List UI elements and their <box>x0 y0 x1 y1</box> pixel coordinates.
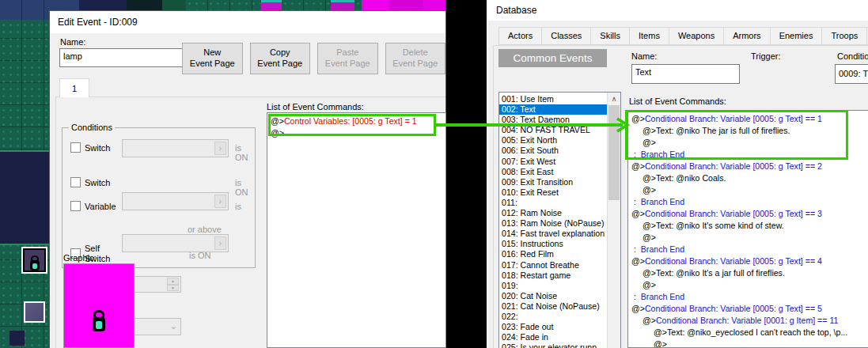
command-line[interactable]: @>Conditional Branch: Variable [0005: g … <box>628 208 868 220</box>
command-line[interactable]: @>Conditional Branch: Variable [0005: g … <box>628 303 868 315</box>
database-tab[interactable]: Troops <box>821 27 867 45</box>
command-line[interactable]: @>Conditional Branch: Variable [0005: g … <box>628 113 868 125</box>
spin-up-icon[interactable]: ▲ <box>167 278 179 285</box>
ellipsis-icon[interactable]: › <box>214 236 226 250</box>
event-commands-list[interactable]: @>Control Variables: [0005: g Text] = 1 … <box>267 112 446 348</box>
database-tab[interactable]: Items <box>629 27 669 45</box>
lamp-sprite <box>93 310 105 331</box>
command-line[interactable]: @>Text: @niko_eyeclosed I can't reach th… <box>628 327 868 339</box>
common-event-item[interactable]: 023: Fade out <box>499 322 607 332</box>
database-tab[interactable]: Enemies <box>770 27 823 45</box>
command-line[interactable]: @> <box>267 127 445 139</box>
common-event-item[interactable]: 005: Exit North <box>499 135 607 146</box>
common-event-item[interactable]: 011: <box>499 198 607 208</box>
database-tab-bar: ActorsClassesSkillsItemsWeaponsArmorsEne… <box>498 26 868 45</box>
event-name-input[interactable]: lamp <box>59 48 184 67</box>
common-event-item[interactable]: 015: Instructions <box>499 239 607 249</box>
condition-switch-input[interactable]: 0009: TE <box>835 64 868 84</box>
screenshot-stage: Edit Event - ID:009 Name: lamp New Event… <box>0 0 868 348</box>
common-event-item[interactable]: 016: Red Film <box>499 249 607 259</box>
common-event-item[interactable]: 013: Ram Noise (NoPause) <box>499 218 607 229</box>
name-label: Name: <box>631 51 657 61</box>
command-line[interactable]: : Branch End <box>628 196 868 208</box>
map-strip <box>261 0 282 11</box>
command-line[interactable]: @>Text: @niko It's a jar full of firefli… <box>628 267 868 279</box>
common-events-header: Common Events <box>498 49 607 67</box>
common-event-item[interactable]: 004: NO FAST TRAVEL <box>499 125 607 135</box>
map-event-tile-box[interactable] <box>24 301 45 323</box>
command-line[interactable]: @>Conditional Branch: Variable [0001: g … <box>628 315 868 327</box>
command-line[interactable]: @>Conditional Branch: Variable [0005: g … <box>628 255 868 267</box>
command-line[interactable]: @>Text: @niko It's some kind of stew. <box>628 220 868 232</box>
common-event-item[interactable]: 017: Cannot Breathe <box>499 260 607 270</box>
common-event-item[interactable]: 014: Fast travel explanation <box>499 229 607 239</box>
event-page-button[interactable]: New Event Page <box>182 43 243 74</box>
trigger-label: Trigger: <box>751 51 781 61</box>
map-strip <box>389 0 445 11</box>
ellipsis-icon[interactable]: › <box>214 195 226 208</box>
command-line[interactable]: @>Control Variables: [0005: g Text] = 1 <box>267 115 445 127</box>
common-events-scrollbar[interactable]: ∧ <box>607 93 620 348</box>
database-titlebar[interactable]: Database <box>488 0 868 21</box>
command-line[interactable]: @> <box>628 184 868 196</box>
common-event-item[interactable]: 019: <box>499 281 607 291</box>
database-tab[interactable]: Weapons <box>669 27 724 45</box>
map-dark-tile <box>9 331 25 346</box>
database-title: Database <box>496 5 536 16</box>
command-line[interactable]: @> <box>628 137 868 149</box>
event-page-button[interactable]: Paste Event Page <box>317 43 378 74</box>
scroll-up-icon[interactable]: ∧ <box>608 93 620 104</box>
event-commands-list[interactable]: @>Conditional Branch: Variable [0005: g … <box>627 110 868 348</box>
page-tab-1[interactable]: 1 <box>59 78 89 97</box>
graphic-preview[interactable] <box>63 263 135 348</box>
spin-down-icon[interactable]: ▼ <box>167 285 179 292</box>
switch1-checkbox[interactable] <box>70 142 81 153</box>
switch1-input[interactable]: › <box>122 139 229 157</box>
command-line[interactable]: @> <box>628 279 868 291</box>
database-tab[interactable]: Armors <box>723 27 770 45</box>
common-events-list[interactable]: 001: Use Item002: Text003: Text Daemon00… <box>498 92 621 348</box>
map-event-lamp-box[interactable] <box>21 247 47 274</box>
variable-checkbox[interactable] <box>70 201 81 211</box>
common-event-item[interactable]: 018: Restart game <box>499 270 607 281</box>
common-event-item[interactable]: 025: Is your elevator runn <box>499 342 607 348</box>
common-event-item[interactable]: 009: Exit Transition <box>499 177 607 187</box>
scrollbar-thumb[interactable] <box>608 105 620 200</box>
common-event-item[interactable]: 002: Text <box>499 104 607 115</box>
common-event-item[interactable]: 022: <box>499 312 607 322</box>
common-event-item[interactable]: 007: Exit West <box>499 157 607 167</box>
command-line[interactable]: @>Text: @niko The jar is full of firefli… <box>628 125 868 137</box>
command-line[interactable]: : Branch End <box>628 149 868 161</box>
common-event-item[interactable]: 012: Ram Noise <box>499 208 607 218</box>
event-page-button[interactable]: Delete Event Page <box>385 43 446 74</box>
edit-event-titlebar[interactable]: Edit Event - ID:009 <box>50 11 445 33</box>
database-tab[interactable]: Actors <box>498 27 542 45</box>
common-event-item[interactable]: 008: Exit East <box>499 167 607 177</box>
common-event-name-input[interactable]: Text <box>631 64 740 84</box>
switch2-checkbox[interactable] <box>70 177 81 187</box>
common-event-item[interactable]: 001: Use Item <box>499 94 607 104</box>
command-line[interactable]: @>Text: @niko Coals. <box>628 172 868 184</box>
command-line[interactable]: @> <box>628 339 868 348</box>
common-event-item[interactable]: 010: Exit Reset <box>499 187 607 198</box>
command-line[interactable]: : Branch End <box>628 244 868 255</box>
common-event-item[interactable]: 024: Fade in <box>499 332 607 342</box>
event-page-button[interactable]: Copy Event Page <box>250 43 311 74</box>
database-tab[interactable]: Skills <box>590 27 630 45</box>
command-line[interactable]: : Branch End <box>628 291 868 303</box>
common-event-item[interactable]: 020: Cat Noise <box>499 291 607 301</box>
ellipsis-icon[interactable]: › <box>214 142 226 155</box>
command-line[interactable]: @> <box>628 232 868 244</box>
common-event-item[interactable]: 006: Exit South <box>499 146 607 156</box>
name-label: Name: <box>60 37 85 47</box>
switch2-input[interactable]: › <box>122 192 229 210</box>
map-strip <box>354 0 362 11</box>
common-event-item[interactable]: 021: Cat Noise (NoPause) <box>499 301 607 312</box>
command-line[interactable]: @>Conditional Branch: Variable [0005: g … <box>628 161 868 172</box>
variable-input[interactable]: › <box>122 234 229 252</box>
map-strip <box>282 0 331 11</box>
map-strip <box>331 0 354 11</box>
common-event-item[interactable]: 003: Text Daemon <box>499 115 607 125</box>
map-strip <box>50 0 79 11</box>
database-tab[interactable]: Classes <box>541 27 591 45</box>
